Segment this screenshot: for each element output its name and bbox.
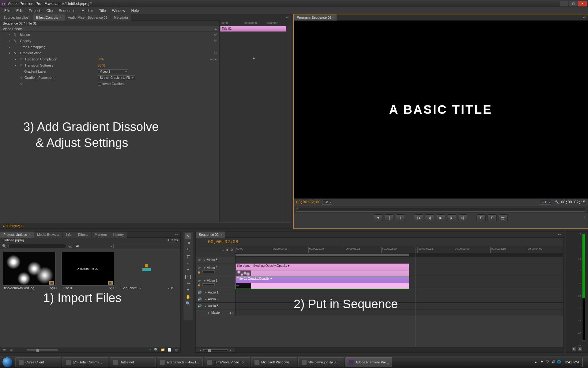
taskbar-item[interactable]: aj* - Total Comma... xyxy=(62,357,108,367)
search-input[interactable] xyxy=(8,244,66,248)
play-button[interactable]: ▶ xyxy=(436,214,445,221)
effect-time-remapping[interactable]: ▸Time Remapping xyxy=(0,44,219,50)
param-transition-softness[interactable]: ▸⏱Transition Softness 70 % xyxy=(0,62,219,68)
taskbar-item-active[interactable]: Adobe Premiere Pro... xyxy=(345,357,392,367)
param-gradient-layer[interactable]: Gradient Layer Video 2 xyxy=(0,68,219,75)
automate-icon[interactable]: ⇥ xyxy=(147,348,152,352)
program-scrubber[interactable]: ▾ xyxy=(294,206,588,213)
ripple-edit-tool[interactable]: ⇆ xyxy=(185,246,191,252)
tab-project[interactable]: Project: Untitled× xyxy=(0,232,34,238)
tab-source[interactable]: Source: (no clips) xyxy=(0,14,33,21)
effect-motion[interactable]: ▸fxMotion ↺ xyxy=(0,32,219,38)
param-gradient-placement[interactable]: ⏱Gradient Placement Stretch Gradient to … xyxy=(0,75,219,81)
track-select-tool[interactable]: ⇥ xyxy=(185,240,191,246)
tab-program[interactable]: Program: Sequence 02 ▾ xyxy=(294,14,337,21)
stopwatch-icon[interactable]: ⏱ xyxy=(20,76,23,79)
panel-menu-icon[interactable]: ▾≡ xyxy=(284,16,291,19)
reset-icon[interactable]: ↺ xyxy=(214,39,217,43)
speaker-icon[interactable]: 🔊 xyxy=(198,304,202,308)
timeline-work-area[interactable] xyxy=(196,253,563,257)
ec-timeline[interactable]: 00;0000;00;01;0000;00;02; Title 01 ◆ xyxy=(219,20,291,222)
clip-video2[interactable]: title-demo-mixed.jpg Opacity:Opacity ▾ xyxy=(236,263,409,276)
minimize-button[interactable]: — xyxy=(560,1,568,6)
add-marker-button[interactable]: ▼ xyxy=(374,214,383,221)
menu-window[interactable]: Window xyxy=(109,7,128,14)
track-video1[interactable]: 👁▾Video 1 🔒 Title 01 Opacity:Opacity ▾ -… xyxy=(196,276,563,289)
icon-view-icon[interactable]: ▦ xyxy=(9,348,13,352)
slip-tool[interactable]: |↔| xyxy=(185,273,191,279)
keyframe-nav[interactable]: ◂ ◇ ▸ xyxy=(210,58,217,61)
bin-item-image[interactable]: ▦ title-demo-mixed.jpg5;00 xyxy=(3,252,58,290)
stopwatch-icon[interactable]: ⏱ xyxy=(20,64,23,67)
ec-playhead[interactable] xyxy=(286,20,286,222)
menu-marker[interactable]: Marker xyxy=(78,7,96,14)
timeline-ruler[interactable]: 00;00 00;00;00;15 00;00;01;00 00;00;01;1… xyxy=(236,247,563,253)
resolution-select[interactable]: Full xyxy=(540,200,551,205)
effect-gradient-wipe[interactable]: ▾fxGradient Wipe ↺ xyxy=(0,50,219,56)
timeline-playhead[interactable] xyxy=(416,247,416,347)
selection-tool[interactable]: ↖ xyxy=(185,233,191,239)
track-master[interactable]: ▸Master▸◂ xyxy=(196,309,563,316)
timeline-scrollbar[interactable] xyxy=(236,348,563,352)
param-value[interactable]: 0 % xyxy=(98,57,104,61)
panel-menu-icon[interactable]: ▾≡ xyxy=(556,233,563,236)
tray-icon[interactable]: 🔊 xyxy=(552,360,556,364)
razor-tool[interactable]: ✂ xyxy=(185,266,191,273)
collapse-icon[interactable]: ▴ xyxy=(215,27,217,31)
panel-menu-icon[interactable]: ▾≡ xyxy=(581,16,588,19)
fx-icon[interactable]: fx xyxy=(14,52,18,55)
maximize-button[interactable]: ▢ xyxy=(569,1,578,6)
ec-time-ruler[interactable]: 00;0000;00;01;0000;00;02; xyxy=(220,20,291,26)
tray-icon[interactable]: 🛡 xyxy=(546,360,550,364)
settings-icon[interactable]: ⚙ xyxy=(230,248,233,252)
reset-icon[interactable]: ↺ xyxy=(214,51,217,55)
tab-audio-mixer[interactable]: Audio Mixer: Sequence 02 xyxy=(65,14,111,21)
system-tray[interactable]: ▴ ⚑ 🛡 🔊 🌐 3:42 PM xyxy=(533,358,588,367)
tray-icon[interactable]: ▴ xyxy=(535,360,539,364)
thumb-size-slider[interactable] xyxy=(27,349,58,351)
program-timecode-left[interactable]: 00;00;02;08 xyxy=(296,200,320,205)
menu-project[interactable]: Project xyxy=(26,7,43,14)
tab-sequence[interactable]: Sequence 02× xyxy=(196,232,225,238)
extract-button[interactable]: ⎗ xyxy=(488,214,497,221)
start-button[interactable] xyxy=(0,356,15,368)
taskbar-item[interactable]: Curse Client xyxy=(15,357,61,367)
gradient-layer-select[interactable]: Video 2 xyxy=(98,69,128,74)
track-audio3[interactable]: 🔊▸Audio 3 xyxy=(196,303,563,309)
reset-icon[interactable]: ↺ xyxy=(214,33,217,37)
taskbar-item[interactable]: Battle.net xyxy=(110,357,156,367)
effect-opacity[interactable]: ▸fxOpacity ↺ xyxy=(0,38,219,44)
menu-file[interactable]: File xyxy=(1,7,13,14)
trash-icon[interactable]: 🗑 xyxy=(174,348,179,352)
chevron-right-icon[interactable]: ▸ xyxy=(9,33,12,36)
in-marker-icon[interactable]: ▾ xyxy=(296,206,298,210)
param-value[interactable]: 70 % xyxy=(98,63,105,67)
track-video3[interactable]: 👁▸Video 3 xyxy=(196,257,563,263)
pen-tool[interactable]: ✒ xyxy=(185,287,191,293)
marker-icon[interactable]: ◆ xyxy=(226,248,228,252)
chevron-down-icon[interactable]: ▾ xyxy=(9,52,12,55)
zoom-fit-select[interactable]: Fit xyxy=(322,200,332,205)
step-back-button[interactable]: ◂| xyxy=(425,214,434,221)
chevron-right-icon[interactable]: ▸ xyxy=(9,39,12,42)
eye-icon[interactable]: 👁 xyxy=(198,279,201,283)
rolling-edit-tool[interactable]: ⇄ xyxy=(185,253,191,259)
param-invert-gradient[interactable]: ⏱ Invert Gradient xyxy=(0,81,219,87)
fx-icon[interactable]: fx xyxy=(14,33,18,36)
param-transition-completion[interactable]: ▸⏱Transition Completion 0 % ◂ ◇ ▸ xyxy=(0,56,219,62)
chevron-right-icon[interactable]: ▸ xyxy=(9,45,12,48)
zoom-slider[interactable] xyxy=(203,349,228,351)
taskbar-item[interactable]: after effects - How t... xyxy=(157,357,203,367)
zoom-tool[interactable]: 🔍 xyxy=(185,300,191,306)
bin-item-title[interactable]: A BASIC TITLE▦ Title 015;00 xyxy=(62,252,117,290)
search-icon[interactable]: 🔍 xyxy=(2,244,6,248)
mark-in-button[interactable]: { xyxy=(385,214,394,221)
program-viewport[interactable]: A BASIC TITLE xyxy=(294,21,588,198)
step-forward-button[interactable]: |▸ xyxy=(447,214,456,221)
project-bin-area[interactable]: ▦ title-demo-mixed.jpg5;00 A BASIC TITLE… xyxy=(0,249,180,346)
tab-markers[interactable]: Markers xyxy=(92,232,110,238)
gradient-placement-select[interactable]: Stretch Gradient to Fit xyxy=(98,75,135,80)
mark-out-button[interactable]: } xyxy=(396,214,405,221)
taskbar-item[interactable]: Microsoft Windows xyxy=(251,357,297,367)
find-icon[interactable]: 🔍 xyxy=(154,348,158,352)
